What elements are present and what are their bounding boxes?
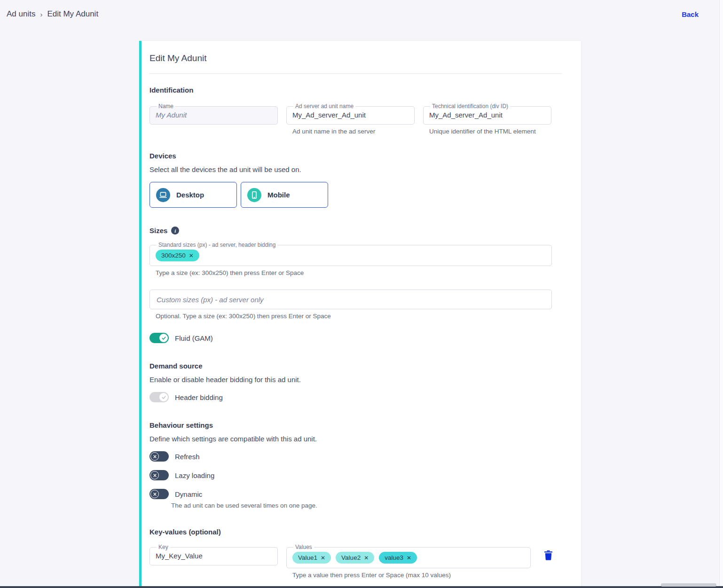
values-field-label: Values <box>293 544 314 550</box>
custom-sizes-input[interactable] <box>149 290 552 309</box>
name-field: Name <box>149 103 278 125</box>
trash-icon <box>544 555 553 562</box>
check-icon <box>159 393 168 401</box>
dynamic-toggle[interactable] <box>149 489 169 499</box>
remove-chip-icon[interactable]: ✕ <box>364 555 369 561</box>
behaviour-description: Define which settings are compatible wit… <box>149 435 562 443</box>
div-id-label: Technical identification (div ID) <box>430 103 510 110</box>
values-field-helper: Type a value then press Enter or Space (… <box>292 572 531 579</box>
size-chip-label: 300x250 <box>161 252 186 259</box>
dynamic-toggle-label: Dynamic <box>175 490 202 498</box>
standard-sizes-helper: Type a size (ex: 300x250) then press Ent… <box>156 269 562 276</box>
size-chip: 300x250 ✕ <box>156 250 199 261</box>
back-button[interactable]: Back <box>682 10 699 18</box>
cross-icon <box>150 452 159 461</box>
fluid-toggle-label: Fluid (GAM) <box>175 334 213 342</box>
lazy-loading-toggle-label: Lazy loading <box>175 471 214 479</box>
custom-sizes-helper: Optional. Type a size (ex: 300x250) then… <box>156 313 562 320</box>
breadcrumb-separator-icon: › <box>40 10 42 18</box>
values-field[interactable]: Values Value1 ✕ Value2 ✕ value3 ✕ <box>286 544 531 568</box>
div-id-input[interactable] <box>429 110 545 119</box>
header-bidding-label: Header bidding <box>175 393 223 401</box>
vertical-scrollbar[interactable] <box>719 0 723 588</box>
horizontal-scrollbar-track[interactable] <box>0 586 723 588</box>
device-label: Mobile <box>267 191 290 199</box>
devices-heading: Devices <box>149 152 562 160</box>
devices-description: Select all the devices the ad unit will … <box>149 165 562 173</box>
identification-heading: Identification <box>149 86 562 94</box>
mobile-icon <box>247 188 261 202</box>
breadcrumb-current: Edit My Adunit <box>47 9 98 19</box>
key-field-label: Key <box>157 544 170 550</box>
value-chip-label: value3 <box>385 554 403 561</box>
edit-adunit-card: Edit My Adunit Identification Name Ad se… <box>139 41 581 588</box>
value-chip-label: Value1 <box>298 554 317 561</box>
name-input <box>156 110 272 119</box>
delete-key-value-button[interactable] <box>544 550 553 562</box>
ad-server-name-label: Ad server ad unit name <box>293 103 355 110</box>
dynamic-toggle-helper: The ad unit can be used several times on… <box>171 502 562 509</box>
value-chip-label: Value2 <box>341 554 361 561</box>
fluid-toggle[interactable] <box>149 333 169 343</box>
refresh-toggle-label: Refresh <box>175 453 200 461</box>
device-label: Desktop <box>176 191 204 199</box>
value-chip: value3 ✕ <box>379 552 417 564</box>
ad-server-name-input[interactable] <box>292 110 409 119</box>
cross-icon <box>150 490 159 498</box>
standard-sizes-label: Standard sizes (px) - ad server, header … <box>157 242 277 248</box>
horizontal-scrollbar-thumb[interactable] <box>661 583 716 587</box>
key-input[interactable] <box>156 550 272 560</box>
device-option-mobile[interactable]: Mobile <box>241 182 328 208</box>
standard-sizes-field[interactable]: Standard sizes (px) - ad server, header … <box>149 242 552 266</box>
cross-icon <box>150 471 159 479</box>
sizes-heading: Sizes <box>149 227 167 235</box>
breadcrumb-parent[interactable]: Ad units <box>7 9 35 19</box>
ad-server-name-helper: Ad unit name in the ad server <box>292 128 415 135</box>
breadcrumb: Ad units › Edit My Adunit <box>7 9 98 19</box>
lazy-loading-toggle[interactable] <box>149 470 169 480</box>
remove-chip-icon[interactable]: ✕ <box>321 555 325 561</box>
demand-source-heading: Demand source <box>149 362 562 370</box>
div-id-field: Technical identification (div ID) <box>423 103 551 125</box>
refresh-toggle[interactable] <box>149 451 169 462</box>
check-icon <box>159 334 168 342</box>
remove-chip-icon[interactable]: ✕ <box>407 555 411 561</box>
device-option-desktop[interactable]: Desktop <box>149 182 237 208</box>
header-bidding-toggle <box>149 392 169 402</box>
div-id-helper: Unique identifier of the HTML element <box>429 128 551 135</box>
top-bar: Ad units › Edit My Adunit Back <box>0 0 723 19</box>
value-chip: Value2 ✕ <box>336 552 374 564</box>
demand-source-description: Enable or disable header bidding for thi… <box>149 376 562 384</box>
desktop-icon <box>156 188 170 202</box>
behaviour-heading: Behaviour settings <box>149 421 562 429</box>
ad-server-name-field: Ad server ad unit name <box>286 103 415 125</box>
value-chip: Value1 ✕ <box>292 552 331 564</box>
info-icon[interactable]: i <box>171 227 179 235</box>
divider <box>149 73 562 74</box>
name-field-label: Name <box>157 103 175 110</box>
card-title: Edit My Adunit <box>149 53 562 63</box>
remove-chip-icon[interactable]: ✕ <box>189 253 194 259</box>
key-field: Key <box>149 544 278 565</box>
key-values-heading: Key-values (optional) <box>149 528 562 536</box>
